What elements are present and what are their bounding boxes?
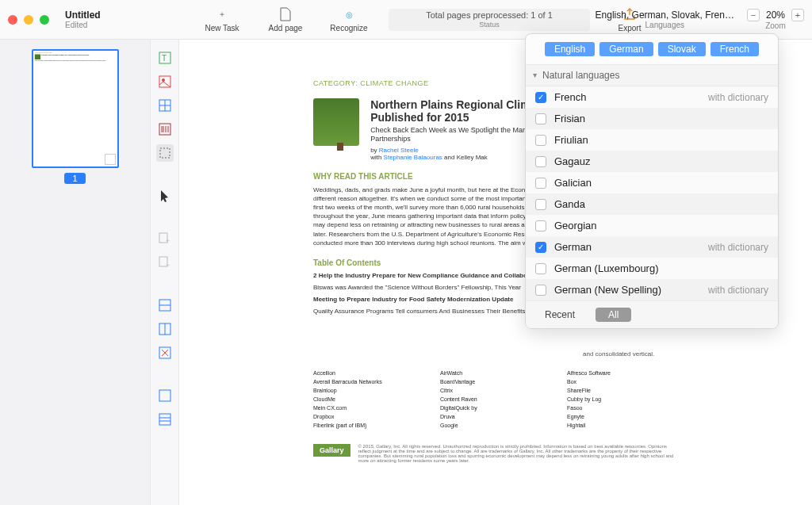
- checkbox[interactable]: ✓: [535, 92, 546, 103]
- delete-row-tool[interactable]: [156, 344, 174, 362]
- checkbox[interactable]: [535, 199, 546, 210]
- logo: Gallary: [313, 444, 350, 457]
- split-tool[interactable]: [156, 411, 174, 428]
- image-tool[interactable]: [156, 73, 174, 90]
- tool-strip: T + −: [151, 40, 179, 505]
- vendor-cell: Brainloop: [313, 388, 424, 393]
- new-task-button[interactable]: ＋ New Task: [198, 6, 246, 33]
- language-row[interactable]: Gagauz: [526, 151, 778, 172]
- recognize-icon: ◎: [341, 6, 357, 22]
- language-pill[interactable]: Slovak: [658, 42, 706, 56]
- language-row[interactable]: ✓Germanwith dictionary: [526, 236, 778, 258]
- page-icon: [278, 6, 293, 22]
- page-footer: Gallary © 2015, Gallary, Inc. All rights…: [313, 444, 678, 463]
- language-row[interactable]: Ganda: [526, 193, 778, 215]
- language-row[interactable]: German (New Spelling)with dictionary: [526, 279, 778, 300]
- split-v-tool[interactable]: [156, 320, 174, 338]
- vendor-cell: Mein CX.com: [313, 405, 424, 411]
- checkbox[interactable]: [535, 113, 546, 124]
- checkbox[interactable]: [535, 285, 546, 296]
- remove-area-tool[interactable]: −: [156, 254, 174, 271]
- vendor-cell: AirWatch: [440, 370, 551, 376]
- tab-recent[interactable]: Recent: [532, 308, 588, 322]
- article-image: [313, 98, 359, 146]
- status-field: Total pages preprocessed: 1 of 1 Status: [389, 9, 590, 31]
- add-area-tool[interactable]: +: [156, 230, 174, 247]
- chevron-down-icon: ▸: [531, 74, 540, 78]
- svg-text:−: −: [166, 261, 170, 269]
- language-row[interactable]: ✓Frenchwith dictionary: [526, 86, 778, 108]
- window-subtitle: Edited: [65, 21, 101, 29]
- language-name: Ganda: [554, 198, 585, 210]
- plus-icon: ＋: [214, 6, 230, 22]
- window-title: Untitled: [65, 10, 101, 21]
- language-pill[interactable]: French: [710, 42, 759, 56]
- zoom-in-button[interactable]: +: [791, 9, 804, 21]
- language-pill[interactable]: German: [599, 42, 653, 56]
- vendor-cell: Druva: [440, 414, 551, 419]
- svg-text:T: T: [162, 54, 167, 63]
- vendor-cell: BoardVantage: [440, 379, 551, 384]
- pointer-tool[interactable]: [156, 187, 174, 205]
- vendor-cell: Cubby by Log: [567, 396, 678, 402]
- vendor-cell: Hightail: [567, 423, 678, 428]
- vendor-cell: Content Raven: [440, 396, 551, 402]
- recognize-button[interactable]: ◎ Recognize: [325, 6, 373, 33]
- split-h-tool[interactable]: [156, 296, 174, 314]
- tab-all[interactable]: All: [596, 308, 631, 322]
- languages-dropdown[interactable]: English, German, Slovak, Fren… Languages: [596, 10, 734, 29]
- section-header[interactable]: ▸ Natural languages: [526, 64, 778, 86]
- language-row[interactable]: Friulian: [526, 129, 778, 151]
- vendor-cell: CloudMe: [313, 396, 424, 402]
- vendor-cell: Citrix: [440, 388, 551, 393]
- merge-tool[interactable]: [156, 387, 174, 404]
- thumbnail-panel: CATEGORY: CLIMATE CHANGE Northern Plains…: [0, 40, 151, 505]
- language-name: German (Luxembourg): [554, 262, 659, 274]
- zoom-out-button[interactable]: −: [747, 9, 760, 21]
- dictionary-label: with dictionary: [708, 285, 768, 296]
- language-pill[interactable]: English: [545, 42, 595, 56]
- vendor-cell: Google: [440, 423, 551, 428]
- language-row[interactable]: German (Luxembourg): [526, 258, 778, 279]
- language-list: ✓Frenchwith dictionaryFrisianFriulianGag…: [526, 86, 778, 300]
- checkbox[interactable]: [535, 263, 546, 274]
- window-controls: [8, 15, 49, 25]
- page-thumbnail[interactable]: CATEGORY: CLIMATE CHANGE Northern Plains…: [32, 49, 119, 168]
- vendor-cell: Fasoo: [567, 405, 678, 411]
- table-tool[interactable]: [156, 97, 174, 114]
- checkbox[interactable]: ✓: [535, 242, 546, 253]
- vendor-cell: Averail Barracuda Networks: [313, 379, 424, 384]
- language-name: Galician: [554, 177, 592, 189]
- language-name: Gagauz: [554, 155, 591, 167]
- vendor-cell: Dropbox: [313, 414, 424, 419]
- language-row[interactable]: Frisian: [526, 108, 778, 129]
- vendor-cell: Box: [567, 379, 678, 384]
- add-page-button[interactable]: Add page: [262, 6, 309, 33]
- fold-icon: [105, 154, 116, 165]
- vendor-columns: AccellionAirWatchAlfresco SoftwareAverai…: [313, 370, 678, 428]
- language-row[interactable]: Galician: [526, 172, 778, 193]
- close-window[interactable]: [8, 15, 17, 25]
- text-tool[interactable]: T: [156, 49, 174, 67]
- status-label: Status: [479, 21, 500, 29]
- language-popover: EnglishGermanSlovakFrench ▸ Natural lang…: [525, 33, 779, 329]
- status-text: Total pages preprocessed: 1 of 1: [426, 10, 553, 20]
- language-row[interactable]: Georgian: [526, 215, 778, 236]
- maximize-window[interactable]: [40, 15, 49, 25]
- checkbox[interactable]: [535, 220, 546, 231]
- vendor-cell: DigitalQuick by: [440, 405, 551, 411]
- page-number-badge: 1: [64, 173, 85, 184]
- checkbox[interactable]: [535, 156, 546, 167]
- barcode-tool[interactable]: [156, 121, 174, 138]
- vendor-cell: Alfresco Software: [567, 370, 678, 376]
- svg-rect-5: [159, 124, 170, 135]
- vendor-cell: Accellion: [313, 370, 424, 376]
- language-name: Frisian: [554, 113, 585, 124]
- language-name: German (New Spelling): [554, 284, 661, 296]
- checkbox[interactable]: [535, 135, 546, 146]
- minimize-window[interactable]: [24, 15, 33, 25]
- checkbox[interactable]: [535, 178, 546, 189]
- language-name: French: [554, 91, 586, 103]
- footer-text: © 2015, Gallary, Inc. All rights reserve…: [358, 444, 678, 463]
- selection-tool[interactable]: [156, 144, 174, 162]
